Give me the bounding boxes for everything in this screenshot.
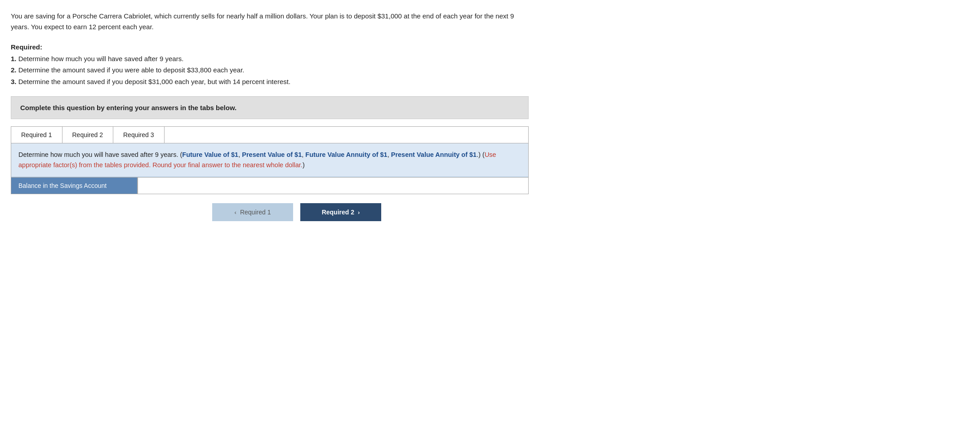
tabs-container: Required 1 Required 2 Required 3 Determi… [11,126,529,178]
required-item-2: 2. Determine the amount saved if you wer… [11,64,529,76]
nav-buttons: ‹ Required 1 Required 2 › [11,203,529,221]
answer-input[interactable] [137,178,528,194]
required-heading: Required: [11,43,42,51]
tab-required-3[interactable]: Required 3 [113,127,165,143]
next-button[interactable]: Required 2 › [300,203,381,221]
required-item-3: 3. Determine the amount saved if you dep… [11,76,529,88]
tab-content: Determine how much you will have saved a… [11,143,528,177]
required-section: Required: 1. Determine how much you will… [11,41,529,87]
answer-row: Balance in the Savings Account [11,178,529,194]
next-chevron: › [358,209,360,216]
prev-button[interactable]: ‹ Required 1 [212,203,293,221]
prev-chevron: ‹ [235,209,236,216]
tab-required-2[interactable]: Required 2 [62,127,114,143]
required-item-1: 1. Determine how much you will have save… [11,53,529,65]
tabs-header: Required 1 Required 2 Required 3 [11,127,528,143]
answer-label: Balance in the Savings Account [11,178,137,194]
intro-text: You are saving for a Porsche Carrera Cab… [11,11,529,32]
fva-label: Future Value Annuity of $1 [305,151,387,158]
next-label: Required 2 [322,209,354,216]
prev-label: Required 1 [240,209,271,216]
tab-content-intro: Determine how much you will have saved a… [18,151,182,158]
tab-required-1[interactable]: Required 1 [11,127,62,143]
complete-banner: Complete this question by entering your … [11,96,529,119]
fv-label: Future Value of $1 [182,151,238,158]
pva-label: Present Value Annuity of $1 [391,151,477,158]
pv-label: Present Value of $1 [242,151,302,158]
